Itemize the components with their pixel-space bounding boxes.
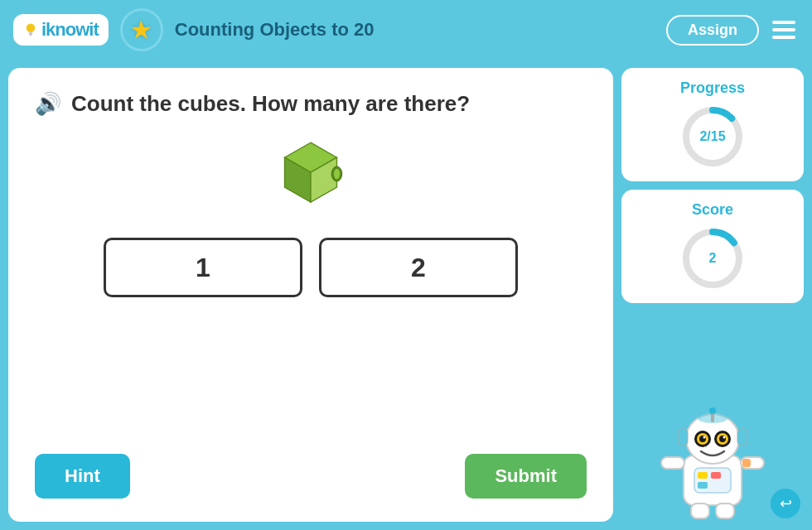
- svg-point-0: [27, 24, 36, 33]
- svg-point-25: [703, 436, 706, 439]
- app-container: iknowit ★ Counting Objects to 20 Assign …: [0, 0, 812, 530]
- header: iknowit ★ Counting Objects to 20 Assign: [0, 0, 812, 60]
- svg-rect-31: [661, 457, 684, 469]
- svg-rect-16: [698, 482, 708, 489]
- star-icon: ★: [129, 17, 153, 43]
- svg-point-26: [723, 436, 726, 439]
- hint-button[interactable]: Hint: [35, 454, 130, 499]
- score-card: Score 2: [621, 190, 804, 303]
- robot-image: [655, 389, 771, 522]
- question-text: Count the cubes. How many are there?: [71, 91, 470, 117]
- logo-box: iknowit: [13, 14, 109, 46]
- svg-rect-33: [691, 504, 709, 518]
- answer-button-2[interactable]: 2: [319, 238, 518, 297]
- header-right: Assign: [666, 15, 799, 46]
- svg-rect-14: [698, 472, 708, 479]
- svg-point-28: [709, 407, 716, 414]
- svg-rect-29: [737, 429, 747, 446]
- svg-rect-2: [30, 34, 32, 36]
- answer-choices: 1 2: [35, 238, 587, 297]
- menu-line-2: [772, 28, 795, 31]
- sound-icon[interactable]: 🔊: [35, 91, 61, 117]
- main-content: 🔊 Count the cubes. How many are there?: [0, 60, 812, 530]
- score-label: 2: [709, 251, 717, 266]
- cube-image: [273, 137, 348, 211]
- question-area: 🔊 Count the cubes. How many are there?: [35, 91, 587, 117]
- svg-point-7: [334, 169, 340, 180]
- menu-line-1: [772, 21, 795, 24]
- lesson-title: Counting Objects to 20: [175, 19, 655, 41]
- svg-rect-1: [29, 31, 33, 34]
- cube-area: [35, 137, 587, 211]
- left-panel: 🔊 Count the cubes. How many are there?: [8, 68, 613, 522]
- answer-button-1[interactable]: 1: [104, 238, 302, 297]
- back-icon: ↩: [780, 494, 792, 513]
- menu-button[interactable]: [769, 17, 799, 42]
- score-title: Score: [692, 201, 733, 219]
- svg-rect-13: [694, 468, 731, 493]
- score-donut: 2: [679, 225, 746, 292]
- bottom-buttons: Hint Submit: [35, 454, 587, 499]
- menu-line-3: [772, 36, 795, 39]
- robot-area: ↩: [621, 311, 804, 522]
- submit-button[interactable]: Submit: [465, 454, 587, 499]
- back-button[interactable]: ↩: [771, 489, 800, 518]
- star-circle: ★: [120, 8, 163, 51]
- svg-rect-30: [678, 429, 688, 446]
- svg-rect-35: [742, 459, 751, 467]
- progress-label: 2/15: [699, 129, 725, 144]
- svg-rect-15: [711, 472, 721, 479]
- progress-donut: 2/15: [679, 104, 746, 170]
- bulb-icon: [23, 22, 38, 37]
- progress-card: Progress 2/15: [621, 68, 804, 181]
- progress-title: Progress: [680, 80, 745, 97]
- right-panel: Progress 2/15 Score 2: [621, 68, 804, 522]
- svg-rect-34: [716, 504, 734, 518]
- assign-button[interactable]: Assign: [666, 15, 759, 46]
- logo-text: iknowit: [41, 19, 99, 41]
